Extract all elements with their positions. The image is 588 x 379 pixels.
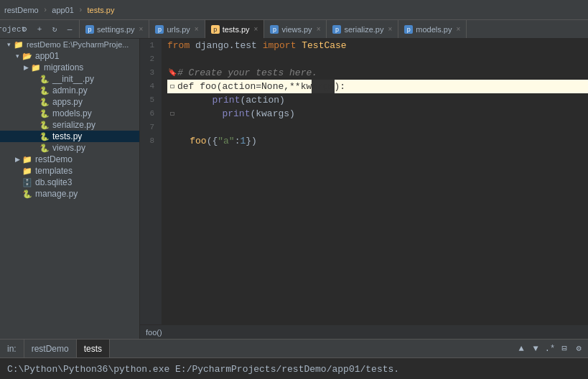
- tab-close-views[interactable]: ×: [317, 25, 321, 33]
- toolbar-gear-btn[interactable]: ⚙: [18, 23, 31, 36]
- line-num-8: 8: [140, 134, 157, 148]
- models-py-icon: p: [404, 25, 413, 34]
- tab-close-serialize[interactable]: ×: [388, 25, 393, 33]
- tab-label: settings.py: [97, 25, 135, 34]
- toolbar-add-btn[interactable]: +: [33, 23, 46, 36]
- code-line-5: print(action): [167, 93, 588, 107]
- terminal-tab-bar: in: restDemo tests ▲ ▼ .* ⊟ ⚙: [0, 340, 588, 358]
- code-line-7: [167, 121, 588, 134]
- tree-root[interactable]: ▾ 📁 restDemo E:\PycharmProje...: [0, 39, 139, 50]
- tree-models-label: models.py: [52, 108, 92, 118]
- terminal-scroll-down-btn[interactable]: ▼: [529, 342, 542, 355]
- tab-bar: Project ⚙ + ↻ — p settings.py × p urls.p…: [0, 20, 588, 39]
- terminal-line-1: C:\Python\Python36\python.exe E:/Pycharm…: [7, 362, 581, 376]
- line-num-1: 1: [140, 39, 157, 52]
- views-py-file-icon: 🐍: [39, 143, 50, 153]
- views-py-icon: p: [270, 25, 279, 34]
- tree-admin-label: admin.py: [52, 85, 88, 95]
- tree-apps-py[interactable]: 🐍 apps.py: [0, 96, 139, 108]
- tab-close-tests[interactable]: ×: [254, 25, 258, 33]
- tree-tests-py[interactable]: 🐍 tests.py: [0, 131, 139, 142]
- models-py-file-icon: 🐍: [39, 108, 50, 118]
- folder-migrations-icon: 📁: [30, 62, 42, 72]
- breadcrumb-project: restDemo: [4, 6, 39, 14]
- editor-tabs: p settings.py × p urls.py × p tests.py ×…: [80, 20, 467, 38]
- folder-app01-icon: 📂: [22, 51, 33, 61]
- tree-root-label: restDemo E:\PycharmProje...: [27, 40, 129, 49]
- tab-models-py[interactable]: p models.py ×: [398, 20, 467, 38]
- tab-views-py[interactable]: p views.py ×: [264, 20, 327, 38]
- terminal-tab-tests[interactable]: tests: [77, 340, 110, 357]
- tree-models-py[interactable]: 🐍 models.py: [0, 108, 139, 119]
- code-lines: 1 2 3 4 5 6 7 8 from django.test import …: [140, 39, 588, 324]
- manage-py-icon: 🐍: [22, 189, 33, 199]
- folder-templates-icon: 📁: [22, 166, 33, 176]
- tab-urls-py[interactable]: p urls.py ×: [149, 20, 205, 38]
- terminal-toolbar: ▲ ▼ .* ⊟ ⚙: [512, 342, 588, 355]
- toolbar-sync-btn[interactable]: ↻: [48, 23, 61, 36]
- tree-restdemo-folder[interactable]: ▶ 📁 restDemo: [0, 154, 139, 165]
- terminal-tab-in[interactable]: in:: [0, 340, 24, 357]
- tree-migrations-label: migrations: [44, 62, 83, 72]
- expand-arrow-migrations: ▶: [22, 64, 30, 71]
- project-dropdown-button[interactable]: Project: [3, 23, 16, 36]
- tree-apps-label: apps.py: [52, 97, 83, 107]
- sidebar: ▾ 📁 restDemo E:\PycharmProje... ▾ 📂 app0…: [0, 39, 140, 339]
- tree-serialize-label: serialize.py: [52, 120, 95, 130]
- code-editor[interactable]: 1 2 3 4 5 6 7 8 from django.test import …: [140, 39, 588, 339]
- tree-views-py[interactable]: 🐍 views.py: [0, 142, 139, 154]
- tree-templates-label: templates: [35, 166, 73, 176]
- folder-restdemo-icon: 📁: [22, 154, 33, 164]
- tree-manage-py[interactable]: 🐍 manage.py: [0, 188, 139, 200]
- tab-close-settings[interactable]: ×: [139, 25, 144, 33]
- init-py-icon: 🐍: [39, 74, 50, 84]
- toolbar-collapse-btn[interactable]: —: [63, 23, 76, 36]
- expand-arrow-app01: ▾: [13, 52, 22, 60]
- terminal-clear-btn[interactable]: ⊟: [558, 342, 571, 355]
- terminal-wrapper: in: restDemo tests ▲ ▼ .* ⊟ ⚙ C:\Python\…: [0, 339, 588, 379]
- code-text[interactable]: from django.test import TestCase 🔖# Crea…: [162, 39, 588, 324]
- breadcrumb-app01: app01: [52, 6, 74, 14]
- tab-close-urls[interactable]: ×: [195, 25, 199, 33]
- terminal-regex-btn[interactable]: .*: [543, 342, 556, 355]
- kw-from: from: [167, 39, 190, 52]
- serialize-py-file-icon: 🐍: [39, 120, 50, 130]
- terminal-scroll-up-btn[interactable]: ▲: [515, 342, 528, 355]
- editor-status-text: foo(): [146, 328, 162, 337]
- editor-status-bar: foo(): [140, 324, 588, 339]
- tree-templates[interactable]: 📁 templates: [0, 165, 139, 177]
- tab-label: tests.py: [223, 25, 250, 34]
- terminal-tab-restdemo[interactable]: restDemo: [24, 340, 77, 357]
- tab-settings-py[interactable]: p settings.py ×: [80, 20, 149, 38]
- line-num-3: 3: [140, 66, 157, 80]
- settings-py-icon: p: [85, 25, 94, 34]
- tree-serialize-py[interactable]: 🐍 serialize.py: [0, 119, 139, 131]
- terminal-line-2: {'a': 1}: [7, 376, 581, 379]
- expand-arrow-root: ▾: [4, 41, 13, 48]
- urls-py-icon: p: [155, 25, 164, 34]
- tree-restdemo-label: restDemo: [35, 154, 73, 164]
- tree-migrations[interactable]: ▶ 📁 migrations: [0, 62, 139, 73]
- editor-toolbar: Project ⚙ + ↻ —: [0, 20, 80, 38]
- tree-init-label: __init__.py: [52, 74, 94, 84]
- terminal-settings-btn[interactable]: ⚙: [572, 342, 585, 355]
- breadcrumb-file: tests.py: [88, 6, 115, 14]
- tab-close-models[interactable]: ×: [456, 25, 460, 33]
- tree-init-py[interactable]: 🐍 __init__.py: [0, 73, 139, 85]
- line-num-4: 4: [140, 80, 157, 93]
- line-numbers: 1 2 3 4 5 6 7 8: [140, 39, 162, 324]
- tests-py-file-icon: 🐍: [39, 131, 50, 141]
- tree-db-label: db.sqlite3: [35, 177, 72, 187]
- tests-py-icon: p: [211, 25, 220, 34]
- tree-admin-py[interactable]: 🐍 admin.py: [0, 85, 139, 96]
- tab-tests-py[interactable]: p tests.py ×: [205, 20, 265, 38]
- line-num-6: 6: [140, 107, 157, 121]
- code-line-3: 🔖# Create your tests here.: [167, 66, 588, 80]
- tree-db-sqlite3[interactable]: 🗄️ db.sqlite3: [0, 177, 139, 188]
- tree-app01[interactable]: ▾ 📂 app01: [0, 50, 139, 62]
- tab-label: serialize.py: [344, 25, 383, 34]
- tab-serialize-py[interactable]: p serialize.py ×: [327, 20, 398, 38]
- cursor: args: [312, 80, 334, 93]
- code-line-4: ◻def foo(action=None,**kwargs):: [167, 80, 588, 93]
- terminal-content: C:\Python\Python36\python.exe E:/Pycharm…: [0, 358, 588, 379]
